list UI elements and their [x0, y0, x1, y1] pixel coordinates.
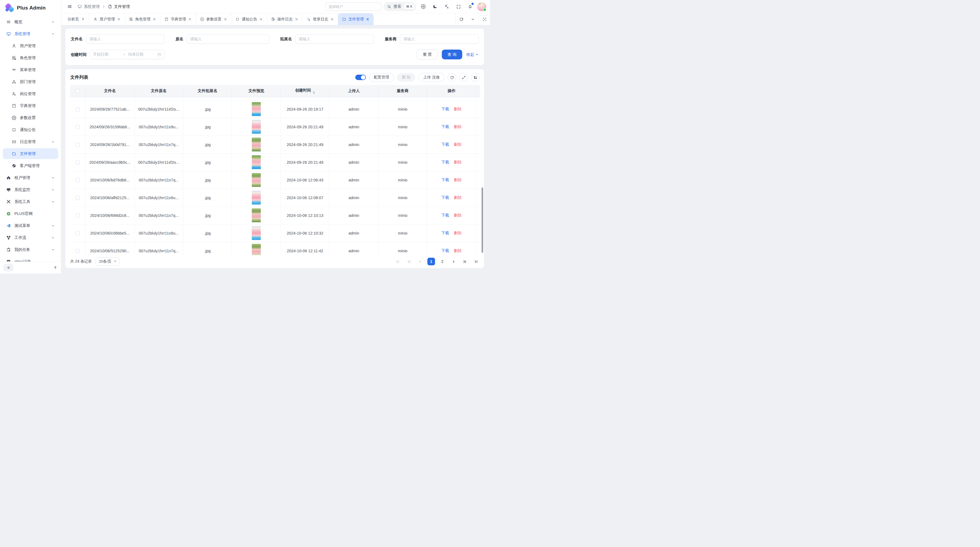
file-thumbnail[interactable]: [252, 155, 261, 169]
sidebar-item-user-management[interactable]: 用户管理: [3, 40, 58, 51]
tab-file-management[interactable]: 文件管理 ✕: [338, 13, 374, 25]
delete-link[interactable]: 删除: [454, 160, 462, 164]
download-link[interactable]: 下载: [441, 249, 449, 253]
search-button[interactable]: 查 询: [442, 49, 462, 59]
content-fullscreen-button[interactable]: [479, 13, 490, 25]
dark-mode-button[interactable]: [430, 2, 440, 11]
date-range-picker[interactable]: 开始日期 结束日期: [90, 50, 165, 59]
column-settings-button[interactable]: [471, 73, 480, 82]
tab-close-icon[interactable]: ✕: [188, 17, 192, 21]
config-management-button[interactable]: 配置管理: [369, 73, 394, 82]
page-1-button[interactable]: 1: [427, 258, 435, 265]
user-avatar[interactable]: [477, 2, 486, 11]
sidebar-toggle-button[interactable]: [65, 2, 74, 11]
tab-param-settings[interactable]: 参数设置 ✕: [196, 13, 232, 25]
global-search[interactable]: 搜索 ⌘ K: [383, 2, 416, 11]
vertical-scrollbar[interactable]: [482, 187, 483, 253]
sidebar-item-system-monitor[interactable]: 系统监控: [3, 184, 58, 195]
file-thumbnail[interactable]: [252, 102, 261, 116]
sidebar-item-menu-management[interactable]: 菜单管理: [3, 64, 58, 75]
sidebar-item-system-tools[interactable]: 系统工具: [3, 196, 58, 207]
provider-input[interactable]: [400, 34, 479, 44]
file-thumbnail[interactable]: [252, 191, 261, 204]
tab-notice[interactable]: 通知公告 ✕: [231, 13, 267, 25]
file-thumbnail[interactable]: [252, 120, 261, 134]
row-checkbox[interactable]: [76, 178, 80, 182]
table-fullscreen-button[interactable]: [459, 73, 468, 82]
tab-login-log[interactable]: 登录日志 ✕: [302, 13, 338, 25]
download-link[interactable]: 下载: [441, 107, 449, 111]
tab-close-icon[interactable]: ✕: [366, 17, 369, 21]
delete-link[interactable]: 删除: [454, 195, 462, 200]
sidebar-item-department-management[interactable]: 部门管理: [3, 76, 58, 87]
row-checkbox[interactable]: [76, 214, 80, 218]
file-thumbnail[interactable]: [252, 226, 261, 240]
sidebar-item-gitee-record[interactable]: gitee记录: [3, 256, 58, 262]
delete-link[interactable]: 删除: [454, 213, 462, 217]
delete-link[interactable]: 删除: [454, 178, 462, 182]
row-checkbox[interactable]: [76, 231, 80, 235]
download-link[interactable]: 下载: [441, 124, 449, 129]
row-checkbox[interactable]: [76, 107, 80, 112]
preview-toggle[interactable]: [355, 75, 366, 80]
breadcrumb-item-system-management[interactable]: 系统管理: [78, 4, 100, 9]
tab-role-management[interactable]: 角色管理 ✕: [125, 13, 161, 25]
tab-menu-button[interactable]: [467, 13, 479, 25]
tab-analysis-page[interactable]: 分析页: [64, 13, 89, 25]
delete-button[interactable]: 删 除: [397, 73, 415, 82]
settings-button[interactable]: [419, 2, 428, 11]
row-checkbox[interactable]: [76, 143, 80, 147]
jump-back-button[interactable]: [405, 258, 413, 265]
row-checkbox[interactable]: [76, 249, 80, 253]
tab-close-icon[interactable]: ✕: [117, 17, 121, 21]
breadcrumb-item-file-management[interactable]: 文件管理: [108, 4, 130, 9]
jump-forward-button[interactable]: [461, 258, 468, 265]
last-page-button[interactable]: [472, 258, 480, 265]
download-link[interactable]: 下载: [441, 160, 449, 164]
sidebar-item-role-management[interactable]: 角色管理: [3, 52, 58, 63]
language-button[interactable]: 文A: [442, 2, 451, 11]
pin-icon[interactable]: [81, 18, 85, 21]
tab-operation-log[interactable]: 操作日志 ✕: [267, 13, 303, 25]
delete-link[interactable]: 删除: [454, 142, 462, 147]
page-size-select[interactable]: 20条/页: [95, 257, 120, 266]
download-link[interactable]: 下载: [441, 231, 449, 235]
tab-dict-management[interactable]: 字典管理 ✕: [160, 13, 196, 25]
sidebar-item-workflow[interactable]: 工作流: [3, 232, 58, 243]
page-2-button[interactable]: 2: [439, 258, 446, 265]
collapse-filter-link[interactable]: 收起: [466, 52, 479, 57]
prev-page-button[interactable]: [416, 258, 424, 265]
fullscreen-button[interactable]: [454, 2, 463, 11]
sidebar-item-plus-site[interactable]: PLUS官网: [3, 208, 58, 219]
download-link[interactable]: 下载: [441, 142, 449, 147]
upload-button[interactable]: 上传 没做: [418, 73, 445, 82]
file-thumbnail[interactable]: [252, 137, 261, 152]
sidebar-item-notice[interactable]: 通知公告: [3, 124, 58, 135]
sidebar-item-tenant-management[interactable]: 租户管理: [3, 172, 58, 183]
sidebar-item-file-management[interactable]: 文件管理: [3, 148, 58, 159]
delete-link[interactable]: 删除: [454, 231, 462, 235]
sidebar-item-param-settings[interactable]: 参数设置: [3, 112, 58, 123]
row-checkbox[interactable]: [76, 196, 80, 200]
sidebar-item-post-management[interactable]: 岗位管理: [3, 88, 58, 99]
sidebar-item-test-menu[interactable]: 测试菜单: [3, 220, 58, 231]
select-all-checkbox[interactable]: [76, 89, 80, 93]
sidebar-collapse-button[interactable]: [3, 264, 13, 271]
tab-close-icon[interactable]: ✕: [224, 17, 227, 21]
tab-close-icon[interactable]: ✕: [153, 17, 156, 21]
sidebar-item-dict-management[interactable]: 字典管理: [3, 100, 58, 111]
sort-toggle[interactable]: [313, 91, 315, 94]
tab-close-icon[interactable]: ✕: [259, 17, 263, 21]
download-link[interactable]: 下载: [441, 195, 449, 200]
ext-name-input[interactable]: [295, 34, 374, 44]
reset-button[interactable]: 重 置: [417, 49, 438, 59]
download-link[interactable]: 下载: [441, 178, 449, 182]
delete-link[interactable]: 删除: [454, 107, 462, 111]
origin-name-input[interactable]: [187, 34, 269, 44]
delete-link[interactable]: 删除: [454, 249, 462, 253]
row-checkbox[interactable]: [76, 161, 80, 164]
first-page-button[interactable]: [394, 258, 401, 265]
sidebar-item-log-management[interactable]: DEV 日志管理: [3, 136, 58, 147]
sidebar-item-my-tasks[interactable]: 我的任务: [3, 244, 58, 255]
file-name-input[interactable]: [86, 34, 165, 44]
